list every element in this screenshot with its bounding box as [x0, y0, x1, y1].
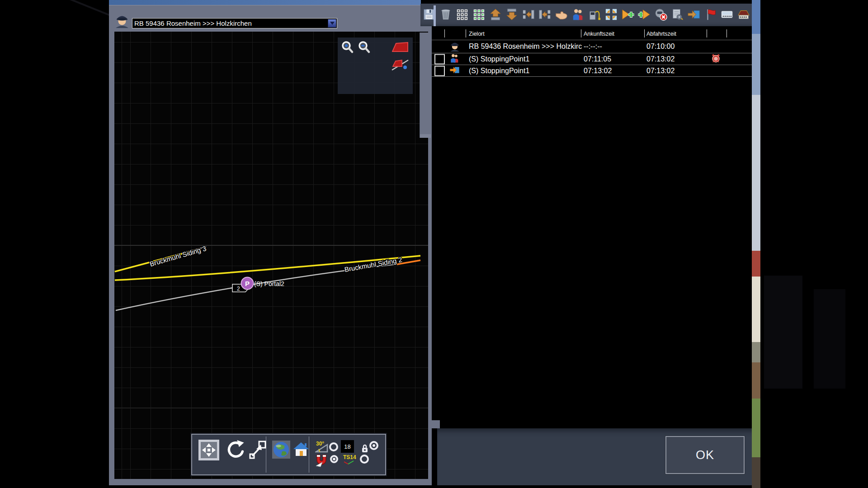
add-instruction-next-icon[interactable]: [621, 6, 635, 23]
cell-zielort: (S) StoppingPoint1: [469, 67, 529, 75]
grid-active-icon[interactable]: [472, 6, 486, 23]
label-portal: (S) Portal2: [254, 280, 284, 287]
delete-icon[interactable]: [439, 6, 453, 23]
insert-before-icon[interactable]: [538, 6, 552, 23]
move-up-icon[interactable]: [489, 6, 502, 23]
lock-icon[interactable]: [361, 444, 368, 454]
dropdown-arrow-button[interactable]: [328, 19, 336, 28]
timetable-row-service[interactable]: RB 59436 Rosenheim >>> Holzkirche --:--:…: [432, 40, 752, 53]
flag-waypoint-icon[interactable]: [704, 6, 717, 23]
row-checkbox[interactable]: [434, 66, 445, 76]
cell-abfahrtszeit: 07:13:02: [646, 55, 675, 63]
timetable-toolbar: [420, 4, 752, 26]
train-selector-value: RB 59436 Rosenheim >>> Holzkirchen: [132, 19, 328, 27]
map-toolbar: 30° 18 TS14: [191, 434, 386, 475]
label-siding-3: Bruckmuhl Siding 3: [149, 244, 207, 268]
row-checkbox[interactable]: [434, 54, 445, 64]
radio-ts14-off[interactable]: [360, 455, 369, 464]
center-view-icon[interactable]: [604, 6, 618, 23]
gradient-30-toggle-icon[interactable]: 30°: [315, 440, 329, 454]
cell-abfahrtszeit: 07:10:00: [646, 42, 675, 51]
alarm-clock-icon: [711, 53, 721, 65]
svg-text:TS14: TS14: [343, 454, 356, 460]
select-hand-icon[interactable]: [555, 6, 568, 23]
add-instruction-prev-icon[interactable]: [637, 6, 651, 23]
radio-gradient-off[interactable]: [329, 442, 338, 451]
world-view-icon[interactable]: [272, 441, 290, 459]
passengers-icon: [450, 53, 460, 65]
column-abfahrtszeit: Abfahrtszeit: [646, 31, 676, 37]
go-to-destination-icon: [450, 65, 460, 77]
label-siding-2: Bruckmuhl Siding 2: [344, 256, 403, 273]
cell-ankunftszeit: --:--:--: [584, 42, 602, 51]
distance-marker-text: 2: [237, 286, 240, 292]
scenario-editor-screen: RB 59436 Rosenheim >>> Holzkirchen Bruck…: [0, 0, 868, 488]
column-zielort: Zielort: [469, 31, 485, 37]
gradient-value-box: 18: [341, 440, 354, 453]
refuel-icon[interactable]: [588, 6, 601, 23]
svg-text:30°: 30°: [316, 441, 324, 447]
ts14-gradient-icon[interactable]: TS14: [343, 454, 356, 465]
rotate-tool-icon[interactable]: [224, 440, 246, 461]
driver-icon: [449, 40, 461, 53]
radio-snap-on[interactable]: [330, 455, 338, 463]
pan-tool-icon[interactable]: [198, 440, 219, 460]
passengers-icon[interactable]: [571, 6, 585, 23]
instruction-properties-icon[interactable]: [670, 6, 684, 23]
cell-abfahrtszeit: 07:13:02: [646, 67, 675, 75]
radio-lock-on[interactable]: [369, 441, 378, 450]
remove-driver-icon[interactable]: [654, 6, 668, 23]
track-map-layer: Bruckmuhl Siding 3 Bruckmuhl Siding 2 2 …: [114, 32, 428, 479]
grid-view-icon[interactable]: [455, 6, 469, 23]
cell-ankunftszeit: 07:13:02: [584, 67, 612, 75]
gradient-tool-icon[interactable]: [392, 42, 408, 53]
timetable-row-stop-2[interactable]: (S) StoppingPoint1 07:13:02 07:13:02: [432, 65, 752, 77]
move-down-icon[interactable]: [505, 6, 519, 23]
home-view-icon[interactable]: [292, 441, 310, 458]
map-scrollbar-thumb[interactable]: [420, 33, 431, 138]
chevron-down-icon: [330, 22, 335, 25]
background-building-faint: [764, 276, 802, 389]
timetable-row-stop-1[interactable]: (S) StoppingPoint1 07:11:05 07:13:02: [432, 53, 752, 65]
control-panel-icon[interactable]: [720, 6, 734, 23]
cell-zielort: (S) StoppingPoint1: [469, 55, 529, 63]
sky-strip: [109, 0, 421, 5]
column-ankunftszeit: Ankunftszeit: [584, 31, 614, 37]
list-scroll-corner: [432, 420, 440, 428]
gradient-edit-tool-icon[interactable]: [391, 57, 410, 72]
go-to-destination-icon[interactable]: [687, 6, 701, 23]
depot-icon[interactable]: [737, 6, 750, 23]
timetable-list: Zielort Ankunftszeit Abfahrtszeit RB 594…: [432, 26, 752, 428]
cell-ankunftszeit: 07:11:05: [584, 55, 611, 63]
train-selector-dropdown[interactable]: RB 59436 Rosenheim >>> Holzkirchen: [132, 18, 337, 28]
insert-after-icon[interactable]: [522, 6, 535, 23]
magnet-snap-icon[interactable]: [314, 453, 329, 468]
timetable-header-row: Zielort Ankunftszeit Abfahrtszeit: [432, 28, 752, 40]
cell-zielort: RB 59436 Rosenheim >>> Holzkirche: [469, 42, 582, 51]
portal-marker-letter: P: [245, 280, 250, 287]
ok-button-label: OK: [696, 448, 714, 462]
zoom-in-icon[interactable]: [341, 41, 354, 55]
zoom-out-icon[interactable]: [358, 41, 371, 55]
driver-avatar-icon: [114, 12, 130, 30]
jump-tool-icon[interactable]: [249, 440, 267, 460]
map-tools-panel: [338, 38, 413, 94]
background-building-faint-2: [814, 289, 845, 389]
background-roof-silhouette: [55, 0, 111, 17]
ok-button[interactable]: OK: [665, 436, 745, 474]
